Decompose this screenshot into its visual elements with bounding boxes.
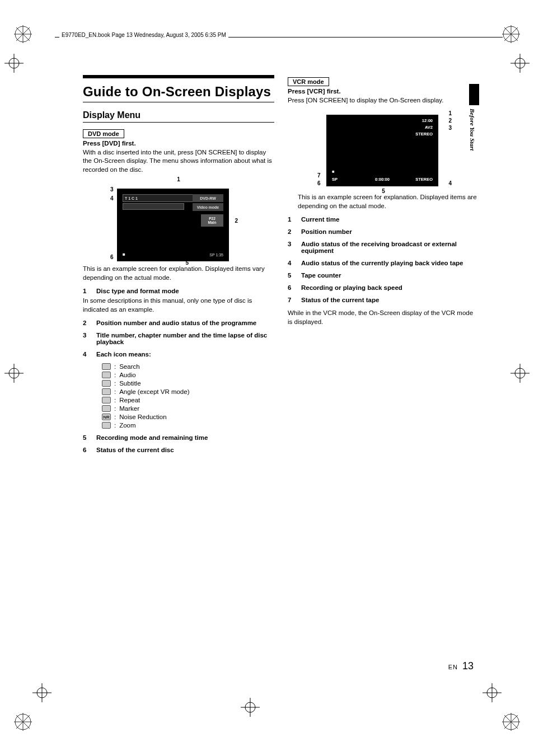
subsection-title: Display Menu [83, 110, 274, 120]
callout-2: 2 [233, 218, 239, 224]
vcr-position: AV2 [425, 125, 433, 130]
vcr-item-5: Tape counter [301, 272, 341, 279]
header-strip: E9770ED_EN.book Page 13 Wednesday, Augus… [31, 27, 503, 46]
callout-4: 4 [109, 195, 115, 201]
crop-target [483, 683, 502, 702]
icon-label-angle: Angle (except VR mode) [119, 388, 189, 395]
vcr-item-2: Position number [301, 228, 352, 235]
dvd-topbar: T 1 C 1 [125, 196, 138, 200]
vcr-item-7: Status of the current tape [301, 297, 379, 303]
dvd-position: P22Main [201, 214, 223, 227]
crop-target [510, 364, 530, 383]
dvd-status: ■ [123, 252, 125, 257]
dvd-press-first: Press [DVD] first. [83, 140, 136, 147]
crop-target [4, 54, 24, 73]
crop-star-bl [13, 712, 32, 731]
crop-target [510, 54, 530, 73]
vcr-press-first: Press [VCR] first. [288, 88, 341, 95]
callout-5: 5 [381, 188, 386, 194]
svg-line-5 [23, 27, 30, 34]
icon-label-search: Search [119, 363, 139, 370]
vcr-item-4: Audio status of the currently playing ba… [301, 260, 463, 266]
crop-star-br [502, 712, 521, 731]
dvd-item-2: Position number and audio status of the … [96, 320, 256, 326]
vcr-time: 12:00 [422, 118, 433, 123]
icon-label-repeat: Repeat [119, 397, 140, 403]
vcr-item-1: Current time [301, 216, 339, 223]
svg-line-7 [16, 34, 23, 41]
marker-icon [102, 405, 111, 412]
callout-2: 2 [447, 118, 453, 124]
crop-star-tr [502, 25, 521, 44]
vcr-audio-out: STEREO [415, 177, 433, 182]
page-title: Guide to On-Screen Displays [83, 84, 274, 100]
footer-lang: EN [448, 664, 458, 670]
repeat-icon [102, 397, 111, 403]
crop-target [241, 698, 260, 717]
callout-1: 1 [447, 110, 453, 116]
vcr-audio-in: STEREO [415, 132, 433, 137]
callout-1: 1 [176, 176, 181, 182]
icon-label-zoom: Zoom [119, 422, 135, 429]
callout-4: 4 [447, 180, 453, 186]
dvd-paragraph: With a disc inserted into the unit, pres… [83, 148, 274, 175]
dvd-item-1: Disc type and format mode [96, 288, 179, 294]
dvd-item-5: Recording mode and remaining time [96, 434, 208, 441]
icon-label-audio: Audio [119, 372, 135, 378]
subtitle-icon [102, 380, 111, 387]
vcr-caption: This is an example screen for explanatio… [298, 193, 479, 210]
vcr-item-list: 1Current time 2Position number 3Audio st… [288, 216, 479, 303]
dvd-rec-time: SP 1:35 [209, 253, 223, 257]
callout-6: 6 [316, 180, 322, 186]
angle-icon [102, 388, 111, 395]
callout-3: 3 [109, 186, 115, 192]
vcr-outro: While in the VCR mode, the On-Screen dis… [288, 309, 479, 326]
dvd-mode-label: DVD mode [83, 129, 124, 138]
dvd-osd-diagram: T 1 C 1○ ◁○▷ DVD-RW Video mode P22Main ■… [117, 189, 229, 261]
dvd-disc-type: DVD-RW [193, 194, 223, 202]
footer-page-number: 13 [462, 660, 474, 672]
dvd-format-mode: Video mode [193, 203, 223, 211]
icon-label-marker: Marker [119, 405, 139, 412]
dvd-item-1-extra: In some descriptions in this manual, onl… [83, 297, 274, 314]
crop-star-tl [13, 25, 32, 44]
audio-icon [102, 372, 111, 378]
dvd-caption: This is an example screen for explanatio… [83, 265, 274, 282]
dvd-icon-legend: :Search :Audio :Subtitle :Angle (except … [102, 363, 274, 429]
vcr-paragraph: Press [ON SCREEN] to display the On-Scre… [288, 96, 479, 105]
vcr-counter: 0:00:00 [375, 177, 390, 182]
page-footer: EN 13 [448, 660, 474, 672]
dvd-item-4: Each icon means: [96, 351, 151, 358]
dvd-item-3: Title number, chapter number and the tim… [96, 332, 274, 345]
vcr-osd-diagram: 12:00 AV2 STEREO ■ SP 0:00:00 STEREO [326, 115, 438, 186]
vcr-item-3: Audio status of the receiving broadcast … [301, 241, 479, 254]
vcr-mode-label: VCR mode [288, 77, 329, 86]
noise-reduction-icon: NR [102, 414, 111, 420]
search-icon [102, 363, 111, 370]
crop-target [4, 364, 24, 383]
dvd-item-list: 1Disc type and format mode [83, 288, 274, 294]
vcr-item-6: Recording or playing back speed [301, 284, 402, 291]
header-text: E9770ED_EN.book Page 13 Wednesday, Augus… [59, 31, 228, 39]
svg-line-8 [16, 27, 23, 34]
crop-target [32, 683, 51, 702]
dvd-item-6: Status of the current disc [96, 447, 174, 453]
callout-7: 7 [316, 172, 322, 179]
zoom-icon [102, 422, 111, 429]
svg-line-6 [23, 34, 30, 41]
callout-3: 3 [447, 125, 453, 131]
vcr-speed: SP [332, 177, 338, 182]
icon-label-subtitle: Subtitle [119, 380, 140, 387]
icon-label-nr: Noise Reduction [119, 414, 166, 420]
vcr-tape-status: ■ [332, 169, 335, 174]
callout-6: 6 [109, 254, 115, 260]
